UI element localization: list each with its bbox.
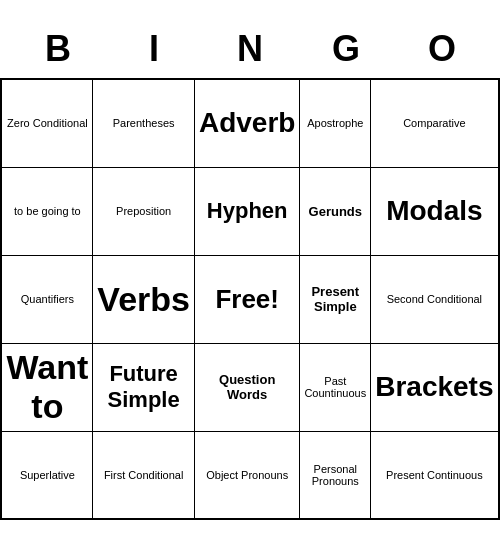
table-cell: Free!	[194, 255, 299, 343]
table-cell: Zero Conditional	[1, 79, 92, 167]
bingo-letter: O	[398, 28, 486, 70]
table-cell: Present Continuous	[371, 431, 499, 519]
bingo-letter: I	[110, 28, 198, 70]
bingo-grid: Zero ConditionalParenthesesAdverbApostro…	[0, 78, 499, 520]
table-cell: First Conditional	[93, 431, 195, 519]
table-cell: Second Conditional	[371, 255, 499, 343]
table-cell: Apostrophe	[300, 79, 371, 167]
table-cell: Gerunds	[300, 167, 371, 255]
table-row: SuperlativeFirst ConditionalObject Prono…	[1, 431, 498, 519]
table-cell: Parentheses	[93, 79, 195, 167]
table-cell: Quantifiers	[1, 255, 92, 343]
bingo-letter: B	[14, 28, 102, 70]
table-row: to be going toPrepositionHyphenGerundsMo…	[1, 167, 498, 255]
table-cell: Hyphen	[194, 167, 299, 255]
table-cell: Comparative	[371, 79, 499, 167]
table-cell: Object Pronouns	[194, 431, 299, 519]
table-cell: Preposition	[93, 167, 195, 255]
table-cell: Superlative	[1, 431, 92, 519]
bingo-letter: G	[302, 28, 390, 70]
table-cell: Want to	[1, 343, 92, 431]
table-cell: Verbs	[93, 255, 195, 343]
table-cell: Modals	[371, 167, 499, 255]
table-cell: Present Simple	[300, 255, 371, 343]
table-cell: Personal Pronouns	[300, 431, 371, 519]
table-row: QuantifiersVerbsFree!Present SimpleSecon…	[1, 255, 498, 343]
table-cell: Past Countinuous	[300, 343, 371, 431]
table-cell: Question Words	[194, 343, 299, 431]
bingo-header: BINGO	[10, 24, 490, 78]
table-cell: Adverb	[194, 79, 299, 167]
table-cell: Future Simple	[93, 343, 195, 431]
table-cell: Brackets	[371, 343, 499, 431]
bingo-card: BINGO Zero ConditionalParenthesesAdverbA…	[10, 24, 490, 520]
table-row: Want toFuture SimpleQuestion WordsPast C…	[1, 343, 498, 431]
table-row: Zero ConditionalParenthesesAdverbApostro…	[1, 79, 498, 167]
bingo-letter: N	[206, 28, 294, 70]
table-cell: to be going to	[1, 167, 92, 255]
